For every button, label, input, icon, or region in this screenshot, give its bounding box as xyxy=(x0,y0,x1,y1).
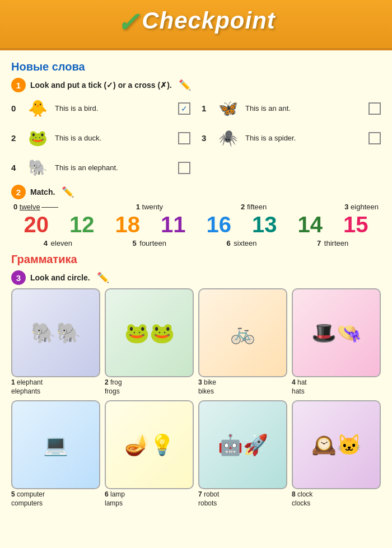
big-num-12: 12 xyxy=(69,213,95,236)
ex2-word-3: 3 eighteen xyxy=(344,203,379,211)
exercise2-num: 2 xyxy=(11,185,26,199)
checkbox-2[interactable] xyxy=(178,132,190,144)
ex3-img-bike: 🚲 xyxy=(198,288,287,377)
animal-bird: 🐥 xyxy=(24,96,52,121)
pencil-icon-1: ✏️ xyxy=(179,79,191,91)
ex2-word-6: 6 sixteen xyxy=(226,239,256,247)
exercise3-header: 3 Look and circle. ✏️ xyxy=(11,270,381,285)
exercise2-header: 2 Match. ✏️ xyxy=(11,185,381,199)
ex3-item-elephant: 🐘🐘 1 elephantelephants xyxy=(11,288,100,396)
animal-butterfly: 🦋 xyxy=(214,96,242,121)
pencil-icon-3: ✏️ xyxy=(97,271,109,284)
ex1-item-3: 3 🕷️ This is a spider. xyxy=(202,125,381,151)
ex3-img-robot: 🤖🚀 xyxy=(198,400,287,489)
ex1-item-0: 0 🐥 This is a bird. ✓ xyxy=(11,96,190,121)
ex2-word-1: 1 twenty xyxy=(136,203,163,211)
ex1-item-2: 2 🐸 This is a duck. xyxy=(11,125,190,151)
checkmark-icon: ✓ xyxy=(116,8,139,38)
pencil-icon-2: ✏️ xyxy=(62,186,74,198)
exercise3-num: 3 xyxy=(11,270,26,285)
ex3-item-frog: 🐸🐸 2 frogfrogs xyxy=(105,288,194,396)
ex3-item-lamp: 🪔💡 6 lamplamps xyxy=(105,400,194,508)
ex3-img-clock: 🕰️🐱 xyxy=(292,400,381,489)
checkbox-1[interactable] xyxy=(368,102,381,115)
ex3-img-hat: 🎩👒 xyxy=(292,288,381,377)
exercise1-grid: 0 🐥 This is a bird. ✓ 1 🦋 This is an ant… xyxy=(11,96,381,180)
ex3-label-computer: 5 computercomputers xyxy=(11,490,45,508)
ex3-img-computer: 💻 xyxy=(11,400,100,489)
ex2-word-7: 7 thirteen xyxy=(317,239,348,247)
ex3-img-frog: 🐸🐸 xyxy=(105,288,194,377)
section1-title: Новые слова xyxy=(11,60,381,73)
checkbox-0[interactable]: ✓ xyxy=(178,102,190,115)
big-num-18: 18 xyxy=(115,213,141,236)
ex3-item-bike: 🚲 3 bikebikes xyxy=(198,288,287,396)
ex3-label-frog: 2 frogfrogs xyxy=(105,378,122,396)
big-num-16: 16 xyxy=(207,213,232,236)
ex3-img-elephant: 🐘🐘 xyxy=(11,288,100,377)
page-title: ✓Checkpoint xyxy=(116,7,276,34)
big-num-15: 15 xyxy=(343,213,368,236)
ex3-label-hat: 4 hathats xyxy=(292,378,307,396)
big-num-14: 14 xyxy=(298,213,323,236)
ex1-item-4: 4 🐘 This is an elephant. xyxy=(11,155,190,180)
big-num-20: 20 xyxy=(24,213,49,236)
grammar-title: Грамматика xyxy=(11,253,381,266)
animal-elephant: 🐘 xyxy=(24,155,52,180)
exercise2-instruction: Match. xyxy=(30,188,55,196)
ex2-top-words: 0 twelve 1 twenty 2 fifteen 3 eighteen xyxy=(11,203,381,211)
ex2-numbers: 20 12 18 11 16 13 14 15 xyxy=(11,213,381,236)
ex3-item-robot: 🤖🚀 7 robotrobots xyxy=(198,400,287,508)
checkbox-4[interactable] xyxy=(178,162,190,174)
arrow-0 xyxy=(41,207,58,208)
exercise1-instruction: Look and put a tick (✓) or a cross (✗). xyxy=(30,81,172,90)
animal-spider: 🕷️ xyxy=(214,125,242,151)
big-num-11: 11 xyxy=(161,213,186,236)
ex3-item-clock: 🕰️🐱 8 clockclocks xyxy=(292,400,381,508)
animal-frog: 🐸 xyxy=(24,125,52,151)
ex3-img-lamp: 🪔💡 xyxy=(105,400,194,489)
ex3-label-bike: 3 bikebikes xyxy=(198,378,216,396)
big-num-13: 13 xyxy=(252,213,277,236)
checkbox-3[interactable] xyxy=(368,132,381,144)
ex2-bottom-words: 4 eleven 5 fourteen 6 sixteen 7 thirteen xyxy=(11,239,381,247)
ex2-word-4: 4 eleven xyxy=(44,239,72,247)
page-header: ✓Checkpoint xyxy=(0,0,392,50)
ex3-item-hat: 🎩👒 4 hathats xyxy=(292,288,381,396)
ex1-item-1: 1 🦋 This is an ant. xyxy=(202,96,381,121)
exercise3-instruction: Look and circle. xyxy=(30,273,90,282)
exercise3-grid: 🐘🐘 1 elephantelephants 🐸🐸 2 frogfrogs 🚲 … xyxy=(11,288,381,508)
ex2-word-5: 5 fourteen xyxy=(132,239,166,247)
ex3-item-computer: 💻 5 computercomputers xyxy=(11,400,100,508)
main-content: Новые слова 1 Look and put a tick (✓) or… xyxy=(0,50,392,548)
exercise1-header: 1 Look and put a tick (✓) or a cross (✗)… xyxy=(11,78,381,92)
ex3-label-elephant: 1 elephantelephants xyxy=(11,378,43,396)
ex3-label-lamp: 6 lamplamps xyxy=(105,490,125,508)
ex3-label-clock: 8 clockclocks xyxy=(292,490,312,508)
ex2-word-2: 2 fifteen xyxy=(241,203,267,211)
exercise1-num: 1 xyxy=(11,78,26,92)
ex2-word-0: 0 twelve xyxy=(13,203,58,211)
ex3-label-robot: 7 robotrobots xyxy=(198,490,219,508)
